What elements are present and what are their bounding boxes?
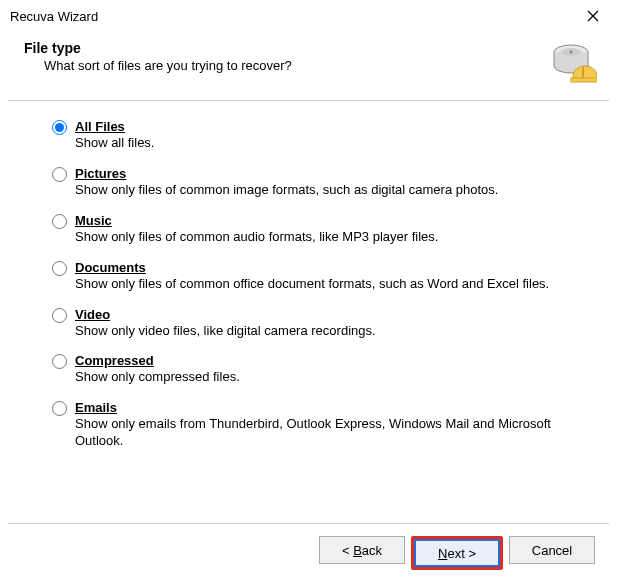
radio-all-files[interactable] [52, 120, 67, 135]
option-all-files: All Files Show all files. [52, 119, 581, 152]
back-button[interactable]: < Back [319, 536, 405, 564]
close-icon[interactable] [579, 5, 607, 27]
page-title: File type [24, 40, 292, 56]
desc-documents: Show only files of common office documen… [75, 276, 581, 293]
label-compressed[interactable]: Compressed [75, 353, 154, 368]
svg-point-2 [570, 51, 573, 54]
cancel-button[interactable]: Cancel [509, 536, 595, 564]
option-emails: Emails Show only emails from Thunderbird… [52, 400, 581, 450]
label-pictures[interactable]: Pictures [75, 166, 126, 181]
option-pictures: Pictures Show only files of common image… [52, 166, 581, 199]
label-video[interactable]: Video [75, 307, 110, 322]
radio-pictures[interactable] [52, 167, 67, 182]
next-button[interactable]: Next > [414, 539, 500, 567]
desc-compressed: Show only compressed files. [75, 369, 581, 386]
options-panel: All Files Show all files. Pictures Show … [0, 101, 617, 474]
label-music[interactable]: Music [75, 213, 112, 228]
svg-rect-3 [571, 78, 597, 82]
radio-compressed[interactable] [52, 354, 67, 369]
header-text: File type What sort of files are you try… [24, 36, 292, 73]
next-label: Next > [438, 546, 476, 561]
option-compressed: Compressed Show only compressed files. [52, 353, 581, 386]
radio-video[interactable] [52, 308, 67, 323]
radio-emails[interactable] [52, 401, 67, 416]
titlebar: Recuva Wizard [0, 0, 617, 30]
label-all-files[interactable]: All Files [75, 119, 125, 134]
desc-music: Show only files of common audio formats,… [75, 229, 581, 246]
window-title: Recuva Wizard [10, 9, 98, 24]
wizard-footer: < Back Next > Cancel [8, 523, 609, 582]
page-subtitle: What sort of files are you trying to rec… [24, 58, 292, 73]
label-documents[interactable]: Documents [75, 260, 146, 275]
option-music: Music Show only files of common audio fo… [52, 213, 581, 246]
drive-helmet-icon [549, 38, 597, 86]
label-emails[interactable]: Emails [75, 400, 117, 415]
option-video: Video Show only video files, like digita… [52, 307, 581, 340]
back-label: < Back [342, 543, 382, 558]
desc-video: Show only video files, like digital came… [75, 323, 581, 340]
radio-documents[interactable] [52, 261, 67, 276]
next-highlight: Next > [411, 536, 503, 570]
desc-pictures: Show only files of common image formats,… [75, 182, 581, 199]
wizard-header: File type What sort of files are you try… [0, 30, 617, 100]
desc-all-files: Show all files. [75, 135, 581, 152]
desc-emails: Show only emails from Thunderbird, Outlo… [75, 416, 581, 450]
option-documents: Documents Show only files of common offi… [52, 260, 581, 293]
radio-music[interactable] [52, 214, 67, 229]
